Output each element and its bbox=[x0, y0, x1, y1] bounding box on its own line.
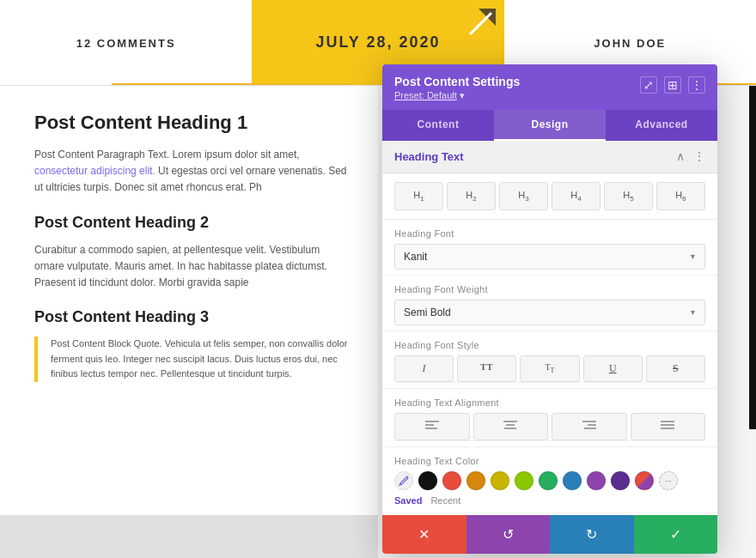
heading-level-6[interactable]: H6 bbox=[656, 182, 705, 210]
heading-font-label: Heading Font bbox=[394, 228, 705, 239]
underline-btn[interactable]: U bbox=[583, 355, 643, 382]
color-black[interactable] bbox=[418, 471, 437, 490]
uppercase-btn[interactable]: TT bbox=[457, 355, 516, 382]
heading-font-select[interactable]: Kanit Open Sans Roboto bbox=[394, 244, 705, 270]
panel-header-left: Post Content Settings Preset: Default ▾ bbox=[394, 75, 520, 101]
italic-btn[interactable]: I bbox=[394, 355, 454, 382]
strikethrough-btn[interactable]: S bbox=[646, 355, 705, 382]
redo-button[interactable]: ↻ bbox=[550, 515, 634, 554]
heading-text-color-row: Heading Text Color ··· Saved Recent bbox=[382, 447, 717, 513]
heading-font-select-wrapper: Kanit Open Sans Roboto bbox=[394, 244, 705, 270]
heading-font-weight-select-wrapper: Semi Bold Regular Bold Light bbox=[394, 300, 705, 325]
color-yellow[interactable] bbox=[491, 471, 509, 490]
heading-font-weight-row: Heading Font Weight Semi Bold Regular Bo… bbox=[382, 276, 717, 331]
heading-level-2[interactable]: H2 bbox=[447, 182, 496, 210]
heading-1: Post Content Heading 1 bbox=[34, 112, 352, 134]
confirm-button[interactable]: ✓ bbox=[634, 515, 718, 554]
cancel-button[interactable]: ✕ bbox=[382, 515, 466, 554]
heading-font-row: Heading Font Kanit Open Sans Roboto bbox=[382, 220, 717, 276]
heading-font-weight-label: Heading Font Weight bbox=[394, 284, 705, 294]
color-green[interactable] bbox=[539, 471, 558, 490]
reset-button[interactable]: ↺ bbox=[466, 515, 551, 554]
panel-actions: ✕ ↺ ↻ ✓ bbox=[382, 515, 717, 554]
svg-point-15 bbox=[400, 483, 402, 485]
section-controls: ∧ ⋮ bbox=[676, 149, 705, 164]
panel-header-icons: ⤢ ⊞ ⋮ bbox=[640, 76, 705, 94]
color-lime[interactable] bbox=[515, 471, 533, 490]
capitalize-btn[interactable]: TT bbox=[520, 355, 579, 382]
bottom-image-strip bbox=[0, 515, 378, 558]
heading-font-style-label: Heading Font Style bbox=[394, 340, 705, 350]
comments-section[interactable]: 12 COMMENTS bbox=[0, 18, 252, 68]
tab-design[interactable]: Design bbox=[494, 110, 606, 141]
author-section[interactable]: JOHN DOE bbox=[504, 18, 756, 68]
panel-header: Post Content Settings Preset: Default ▾ … bbox=[382, 64, 717, 110]
paragraph-1: Post Content Paragraph Text. Lorem ipsum… bbox=[34, 147, 352, 197]
section-title: Heading Text bbox=[394, 150, 464, 163]
heading-level-1[interactable]: H1 bbox=[394, 182, 443, 210]
right-strip bbox=[749, 86, 756, 429]
align-left-btn[interactable] bbox=[394, 413, 470, 440]
eyedropper-btn[interactable] bbox=[394, 471, 413, 490]
color-dark-purple[interactable] bbox=[611, 471, 630, 490]
color-tabs: Saved Recent bbox=[394, 495, 705, 506]
heading-text-color-label: Heading Text Color bbox=[394, 456, 705, 466]
more-colors-btn[interactable]: ··· bbox=[659, 471, 678, 490]
paragraph-link[interactable]: consectetur adipiscing elit. bbox=[34, 165, 155, 177]
heading-level-4[interactable]: H4 bbox=[552, 182, 601, 210]
align-center-btn[interactable] bbox=[473, 413, 549, 440]
heading-text-alignment-row: Heading Text Alignment bbox=[382, 389, 717, 447]
heading-level-3[interactable]: H3 bbox=[499, 182, 548, 210]
comments-label: 12 COMMENTS bbox=[76, 37, 176, 50]
tab-advanced[interactable]: Advanced bbox=[606, 110, 717, 141]
panel-tabs: Content Design Advanced bbox=[382, 110, 717, 141]
tab-content[interactable]: Content bbox=[382, 110, 494, 141]
blockquote: Post Content Block Quote. Vehicula ut fe… bbox=[34, 337, 352, 382]
settings-panel: Post Content Settings Preset: Default ▾ … bbox=[382, 64, 717, 554]
heading-levels: H1 H2 H3 H4 H5 H6 bbox=[382, 173, 717, 220]
panel-title: Post Content Settings bbox=[394, 75, 520, 88]
alignment-buttons bbox=[394, 413, 705, 441]
align-right-btn[interactable] bbox=[552, 413, 627, 440]
paragraph-2: Curabitur a commodo sapien, at pellentes… bbox=[34, 242, 352, 292]
section-more-icon[interactable]: ⋮ bbox=[693, 149, 705, 164]
heading-font-weight-select[interactable]: Semi Bold Regular Bold Light bbox=[394, 300, 705, 325]
svg-line-2 bbox=[470, 17, 487, 34]
heading-level-5[interactable]: H5 bbox=[604, 182, 653, 210]
align-justify-btn[interactable] bbox=[631, 413, 706, 440]
color-swatches: ··· bbox=[394, 471, 705, 490]
panel-preset[interactable]: Preset: Default ▾ bbox=[394, 90, 520, 101]
author-label: JOHN DOE bbox=[594, 37, 666, 50]
date-label: JULY 28, 2020 bbox=[315, 33, 440, 52]
heading-3: Post Content Heading 3 bbox=[34, 308, 352, 326]
stripe-icon bbox=[461, 9, 496, 43]
color-gradient[interactable] bbox=[635, 471, 654, 490]
heading-2: Post Content Heading 2 bbox=[34, 214, 352, 232]
color-purple[interactable] bbox=[587, 471, 606, 490]
fullscreen-icon[interactable]: ⤢ bbox=[640, 76, 657, 94]
columns-icon[interactable]: ⊞ bbox=[664, 76, 681, 94]
saved-colors-tab[interactable]: Saved bbox=[394, 495, 422, 506]
content-area: Post Content Heading 1 Post Content Para… bbox=[0, 86, 378, 558]
recent-colors-tab[interactable]: Recent bbox=[430, 495, 460, 506]
panel-body: Heading Text ∧ ⋮ H1 H2 H3 H4 H5 H6 Headi… bbox=[382, 141, 717, 536]
style-buttons: I TT TT U S bbox=[394, 355, 705, 383]
color-red[interactable] bbox=[442, 471, 461, 490]
color-orange[interactable] bbox=[466, 471, 485, 490]
section-heading-text: Heading Text ∧ ⋮ bbox=[382, 141, 717, 173]
color-blue[interactable] bbox=[563, 471, 582, 490]
blockquote-text: Post Content Block Quote. Vehicula ut fe… bbox=[51, 337, 352, 382]
more-options-icon[interactable]: ⋮ bbox=[688, 76, 705, 94]
collapse-icon[interactable]: ∧ bbox=[676, 149, 685, 164]
heading-text-alignment-label: Heading Text Alignment bbox=[394, 397, 705, 408]
heading-font-style-row: Heading Font Style I TT TT U S bbox=[382, 331, 717, 389]
